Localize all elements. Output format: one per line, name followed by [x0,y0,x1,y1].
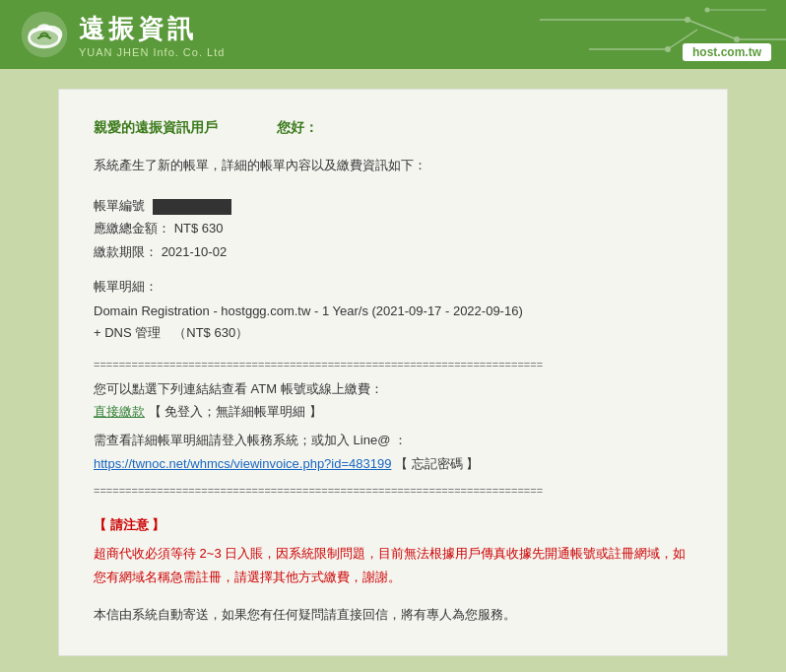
invoice-link-line: https://twnoc.net/whmcs/viewinvoice.php?… [94,452,692,475]
invoice-amount-row: 應繳總金額： NT$ 630 [94,217,692,239]
invoice-details: 帳單編號 應繳總金額： NT$ 630 繳款期限： 2021-10-02 [94,194,692,263]
svg-point-13 [665,46,671,52]
notice-body: 超商代收必須等待 2~3 日入賬，因系統限制問題，目前無法根據用戶傳真收據先開通… [94,542,692,588]
svg-line-7 [688,20,737,39]
divider-1: ========================================… [94,359,692,370]
logo-title: 遠振資訊 [79,12,225,46]
forgot-pw-text: 【 忘記密碼 】 [395,456,479,471]
greeting-line: 親愛的遠振資訊用戶 您好： [94,119,692,137]
svg-point-15 [705,8,710,13]
auto-send-text: 本信由系統自動寄送，如果您有任何疑問請直接回信，將有專人為您服務。 [94,603,692,626]
notice-section: 【 請注意 】 超商代收必須等待 2~3 日入賬，因系統限制問題，目前無法根據用… [94,516,692,588]
direct-pay-link[interactable]: 直接繳款 [94,404,145,419]
invoice-number-row: 帳單編號 [94,194,692,217]
invoice-number-value [153,199,231,215]
whmcs-section: 需查看詳細帳單明細請登入帳務系統；或加入 Line@ ： https://twn… [94,429,692,475]
free-login-text: 【 免登入；無詳細帳單明細 】 [149,404,322,419]
greeting-name: 親愛的遠振資訊用戶 [94,119,218,137]
detail-content: Domain Registration - hostggg.com.tw - 1… [94,301,692,344]
atm-intro-text: 您可以點選下列連結結查看 ATM 帳號或線上繳費： [94,381,383,396]
invoice-number-label: 帳單編號 [94,198,145,213]
logo-area: 遠振資訊 YUAN JHEN Info. Co. Ltd [20,10,225,59]
invoice-link[interactable]: https://twnoc.net/whmcs/viewinvoice.php?… [94,456,391,471]
svg-point-9 [685,17,690,23]
detail-dns: + DNS 管理 （NT$ 630） [94,322,692,344]
logo-text: 遠振資訊 YUAN JHEN Info. Co. Ltd [79,12,225,58]
invoice-amount-value: NT$ 630 [174,221,224,235]
page-header: 遠振資訊 YUAN JHEN Info. Co. Ltd host.com.tw [0,0,786,69]
invoice-due-row: 繳款期限： 2021-10-02 [94,240,692,263]
invoice-amount-label: 應繳總金額： [94,221,170,235]
notice-title: 【 請注意 】 [94,516,692,534]
svg-point-10 [734,36,740,42]
atm-intro: 您可以點選下列連結結查看 ATM 帳號或線上繳費： [94,380,692,398]
main-wrapper: 親愛的遠振資訊用戶 您好： 系統產生了新的帳單，詳細的帳單內容以及繳費資訊如下：… [0,69,786,672]
logo-subtitle: YUAN JHEN Info. Co. Ltd [79,46,225,58]
intro-text: 系統產生了新的帳單，詳細的帳單內容以及繳費資訊如下： [94,157,692,174]
greeting-hello: 您好： [277,119,318,137]
invoice-due-value: 2021-10-02 [162,244,228,259]
email-container: 親愛的遠振資訊用戶 您好： 系統產生了新的帳單，詳細的帳單內容以及繳費資訊如下：… [58,89,728,656]
detail-label: 帳單明細： [94,278,692,296]
whmcs-intro: 需查看詳細帳單明細請登入帳務系統；或加入 Line@ ： [94,429,692,451]
direct-pay-line: 直接繳款 【 免登入；無詳細帳單明細 】 [94,403,692,421]
detail-domain: Domain Registration - hostggg.com.tw - 1… [94,301,692,322]
invoice-due-label: 繳款期限： [94,244,158,259]
logo-icon [20,10,69,59]
divider-2: ========================================… [94,485,692,497]
atm-section: 您可以點選下列連結結查看 ATM 帳號或線上繳費： 直接繳款 【 免登入；無詳細… [94,380,692,421]
host-badge: host.com.tw [683,43,771,61]
